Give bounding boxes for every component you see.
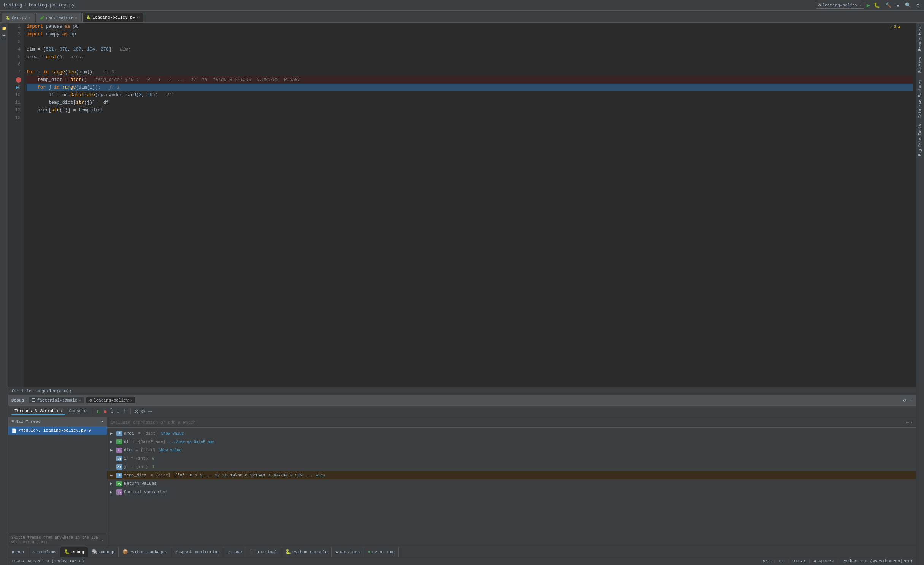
tool-todo[interactable]: ☑ TODO [224,547,246,557]
var-item-area[interactable]: ▶ ≡ area = {dict} Show Value [107,429,916,438]
var-expand-special-vars[interactable]: ▶ [110,490,115,494]
run-config-selector[interactable]: ⚙ loading-policy ▾ [816,2,864,9]
tool-python-packages[interactable]: 📦 Python Packages [119,547,171,557]
status-position[interactable]: 9:1 [763,559,770,563]
kw-range-1: range [51,68,65,76]
status-indent[interactable]: 4 spaces [814,559,834,563]
threads-dropdown-icon[interactable]: ▾ [101,419,104,424]
more-options-button[interactable]: ⋯ [147,407,152,416]
debug-tab-factorial-close[interactable]: ✕ [79,398,81,403]
tab-close-car-py[interactable]: ✕ [29,16,31,20]
var-item-df[interactable]: ▶ ≡ df = {DataFrame} ...View as DataFram… [107,438,916,446]
status-python[interactable]: Python 3.8 (MyPythonProject) [842,559,913,563]
tool-python-packages-label: Python Packages [130,550,167,554]
var-expand-dim[interactable]: ▶ [110,448,115,452]
var-expand-return-values[interactable]: ▶ [110,481,115,486]
debug-minimize-icon[interactable]: — [910,398,913,403]
debug-nav-tabs: Threads & Variables Console [11,408,90,415]
kw-as-1: as [65,23,70,30]
tab-icon-car-feature: 🥒 [40,16,44,20]
step-out-button[interactable]: ↑ [122,407,128,416]
tab-loading-policy[interactable]: 🐍 loading-policy.py ✕ [82,13,143,22]
status-line-ending[interactable]: LF [779,559,784,563]
var-expand-area[interactable]: ▶ [110,431,115,436]
settings-button[interactable]: ⚙ [915,2,921,9]
step-over-button[interactable]: ⤵ [110,407,114,416]
tool-python-console[interactable]: 🐍 Python Console [281,547,332,557]
tool-hadoop[interactable]: 🐘 Hadoop [88,547,119,557]
var-item-j[interactable]: ▶ 01 j = {int} 1 [107,463,916,471]
view-breakpoints-button[interactable]: ⊘ [141,407,146,416]
debug-tab-factorial[interactable]: ☰ factorial-sample ✕ [29,397,84,403]
warning-count: 3 [894,25,897,29]
var-type-i: = {int} [128,456,148,461]
notification-close-icon[interactable]: ✕ [102,538,104,543]
expression-input[interactable] [110,420,906,425]
code-line-12: area [ str (i)] = temp_dict [27,106,913,114]
thread-module-item[interactable]: 📄 <module>, loading-policy.py:9 [8,426,107,435]
project-sidebar-toggle[interactable]: 📁 [1,25,8,32]
var-i: i [38,68,40,76]
var-name-temp-dict: temp_dict [124,473,146,478]
editor-area[interactable]: 1 2 3 4 5 6 7 8 9 10 11 12 13 [8,23,916,387]
tab-car-feature[interactable]: 🥒 car.feature ✕ [36,13,82,22]
debug-tab-loading-close[interactable]: ✕ [130,398,132,403]
var-item-i[interactable]: ▶ 01 i = {int} 0 [107,454,916,463]
status-encoding[interactable]: UTF-8 [792,559,805,563]
tab-car-py[interactable]: 🐍 Car.py ✕ [2,13,35,22]
debug-nav-console[interactable]: Console [66,408,89,415]
breadcrumb-project[interactable]: Testing [3,3,22,8]
var-item-dim[interactable]: ▶ := dim = {list} Show Value [107,446,916,454]
stop-button[interactable]: ◾ [103,407,108,416]
tool-services[interactable]: ⚙ Services [332,547,364,557]
var-temp-dict-2: temp_dict [79,106,103,114]
tool-spark[interactable]: ⚡ Spark monitoring [171,547,224,557]
threads-hamburger-icon: ≡ [11,419,14,424]
step-into-button[interactable]: ↓ [116,407,121,416]
var-action-dim[interactable]: Show Value [159,448,181,452]
tab-close-car-feature[interactable]: ✕ [75,16,77,20]
right-sidebar-database-explorer[interactable]: Database Explorer [918,76,922,121]
tool-todo-icon: ☑ [228,549,230,555]
right-sidebar-remote-host[interactable]: Remote Host [918,23,922,54]
debug-tab-loading[interactable]: ⚙ loading-policy ✕ [86,397,135,403]
tab-close-loading-policy[interactable]: ✕ [137,15,139,20]
resume-button[interactable]: ↻ [96,407,102,416]
line-numbers: 1 2 3 4 5 6 7 8 9 10 11 12 13 [8,23,24,387]
build-button[interactable]: 🔨 [884,2,893,9]
tool-python-console-label: Python Console [292,550,327,554]
var-item-return-values[interactable]: ▶ rv Return Values [107,479,916,488]
stop-button[interactable]: ◾ [895,2,901,9]
search-button[interactable]: 🔍 [903,2,913,9]
warning-indicator[interactable]: ⚠ 3 ▲ [890,24,900,29]
warning-nav-up[interactable]: ▲ [898,25,900,29]
tool-run[interactable]: ▶ Run [8,547,28,557]
tool-problems[interactable]: ⚠ Problems [28,547,60,557]
thread-item-icon: 📄 [11,428,17,433]
var-action-area[interactable]: Show Value [161,432,184,436]
right-sidebar-big-data-tools[interactable]: Big Data Tools [918,121,922,159]
watch-dropdown-icon[interactable]: ▾ [910,420,913,425]
run-button[interactable]: ▶ [867,2,870,9]
debug-button[interactable]: 🐛 [872,2,881,9]
debug-settings-icon[interactable]: ⚙ [903,397,906,403]
tool-terminal[interactable]: ⬛ Terminal [246,547,281,557]
var-action-temp-dict[interactable]: View [316,473,325,478]
right-sidebar-sciview[interactable]: SciView [918,54,922,76]
line-num-4: 4 [8,46,21,53]
structure-sidebar-toggle[interactable]: ☰ [1,33,8,40]
var-expand-temp-dict[interactable]: ▶ [110,473,115,478]
var-item-special-vars[interactable]: ▶ sv Special Variables [107,488,916,496]
debug-nav-threads[interactable]: Threads & Variables [11,408,65,415]
var-item-temp-dict[interactable]: ▶ ≡ temp_dict = {dict} {'0': 0 1 2 ... 1… [107,471,916,479]
watch-infinity-icon[interactable]: ∞ [906,420,909,425]
var-action-df[interactable]: ...View as DataFrame [169,440,214,444]
hint-area: area: [62,53,84,61]
tool-debug[interactable]: 🐛 Debug [60,547,88,557]
var-expand-df[interactable]: ▶ [110,440,115,444]
hint-j-val: j: 1 [100,84,119,91]
num-194: 194 [87,46,95,53]
mute-breakpoints-button[interactable]: ⊙ [134,407,139,416]
tab-icon-car-py: 🐍 [6,16,10,20]
tool-event-log[interactable]: ● Event Log [364,547,399,557]
